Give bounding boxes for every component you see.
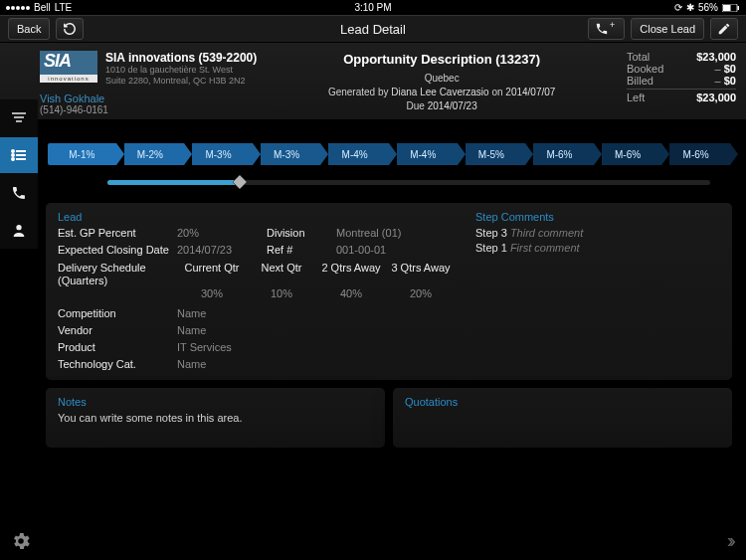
generated-on: 2014/07/07 (505, 87, 555, 97)
product-label: Product (58, 341, 177, 353)
product-val: IT Services (177, 341, 456, 353)
competition-val: Name (177, 307, 456, 319)
contact-phone: (514)-946-0161 (40, 104, 257, 115)
sidebar-call[interactable] (0, 175, 38, 211)
comment-row: Step 3 Third comment (475, 227, 720, 239)
generated-by: Diana Lee Caverzasio (391, 87, 488, 97)
stage-chevron-strip: M-1%M-2%M-3%M-3%M-4%M-4%M-5%M-6%M-6%M-6% (48, 143, 730, 165)
stage-9[interactable]: M-6% (661, 143, 730, 165)
stage-1[interactable]: M-2% (116, 143, 185, 165)
svg-point-10 (12, 158, 14, 160)
stage-5[interactable]: M-4% (389, 143, 458, 165)
status-bar: Bell LTE 3:10 PM ⟳ ✱ 56% (0, 0, 746, 15)
slider-thumb-icon[interactable] (233, 175, 247, 189)
total-val: $23,000 (696, 51, 736, 63)
techcat-label: Technology Cat. (58, 358, 177, 370)
stage-4[interactable]: M-4% (320, 143, 389, 165)
company-address-1: 1010 de la gauchetière St. West (105, 65, 257, 76)
carrier-label: Bell (34, 2, 51, 13)
billed-val: $0 (724, 75, 736, 87)
division-val: Montreal (01) (336, 227, 456, 239)
next-button[interactable]: ›› (719, 525, 740, 556)
notes-head: Notes (58, 396, 373, 408)
progress-slider[interactable] (107, 175, 710, 189)
techcat-val: Name (177, 358, 456, 370)
sidebar-list[interactable] (0, 137, 38, 173)
q-val-0: 30% (177, 287, 247, 299)
topbar: Back Lead Detail + Close Lead (0, 15, 746, 43)
notes-body: You can write some notes in this area. (58, 412, 373, 424)
stage-8[interactable]: M-6% (594, 143, 662, 165)
call-add-button[interactable]: + (588, 18, 625, 40)
back-button[interactable]: Back (8, 18, 50, 40)
ref-val: 001-00-01 (336, 244, 456, 256)
due-prefix: Due (407, 100, 425, 111)
division-label: Division (267, 227, 336, 239)
totals-block: Total$23,000 Booked– $0 Billed– $0 Left$… (627, 51, 736, 115)
svg-point-6 (12, 150, 14, 152)
stage-2[interactable]: M-3% (184, 143, 253, 165)
vendor-val: Name (177, 324, 456, 336)
stage-3[interactable]: M-3% (253, 143, 321, 165)
est-gp-val: 20% (177, 227, 267, 239)
left-label: Left (627, 92, 645, 103)
network-label: LTE (55, 2, 73, 13)
battery-percent: 56% (698, 2, 718, 13)
stage-6[interactable]: M-5% (458, 143, 526, 165)
gen-prefix: Generated by (328, 87, 389, 97)
signal-icon (6, 6, 30, 10)
settings-gears-button[interactable] (6, 526, 36, 556)
company-logo (40, 51, 97, 83)
delivery-label: Delivery Schedule (Quarters) (58, 262, 177, 287)
orientation-lock-icon: ⟳ (674, 2, 682, 13)
sidebar-user[interactable] (0, 213, 38, 249)
status-time: 3:10 PM (354, 2, 391, 13)
q-val-1: 10% (247, 287, 316, 299)
ref-label: Ref # (267, 244, 336, 256)
billed-label: Billed (627, 75, 653, 87)
svg-rect-1 (723, 5, 731, 11)
svg-marker-13 (233, 175, 247, 189)
q-head-2: 2 Qtrs Away (316, 262, 386, 287)
contact-name-link[interactable]: Vish Gokhale (40, 93, 257, 104)
q-head-0: Current Qtr (177, 262, 247, 287)
booked-val: $0 (724, 63, 736, 75)
edit-button[interactable] (710, 18, 738, 40)
stage-0[interactable]: M-1% (48, 143, 116, 165)
q-val-3: 20% (386, 287, 456, 299)
opportunity-region: Quebec (269, 72, 615, 86)
q-head-3: 3 Qtrs Away (386, 262, 456, 287)
company-address-2: Suite 2280, Montreal, QC H3B 2N2 (105, 76, 257, 87)
left-val: $23,000 (696, 92, 736, 103)
header-panel: SIA innovations (539-2200) 1010 de la ga… (0, 43, 746, 120)
battery-icon (722, 4, 740, 12)
svg-point-12 (16, 225, 21, 230)
due-date: 2014/07/23 (428, 100, 477, 111)
est-gp-label: Est. GP Percent (58, 227, 177, 239)
q-head-1: Next Qtr (247, 262, 316, 287)
opportunity-title: Opportunity Description (13237) (269, 51, 615, 69)
comments-section-head: Step Comments (475, 211, 720, 223)
sidebar-filter[interactable] (0, 99, 38, 135)
q-val-2: 40% (316, 287, 386, 299)
total-label: Total (627, 51, 650, 63)
lead-section-head: Lead (58, 211, 456, 223)
stage-7[interactable]: M-6% (525, 143, 594, 165)
vendor-label: Vendor (58, 324, 177, 336)
comment-row: Step 1 First comment (475, 242, 720, 254)
quotations-head: Quotations (405, 396, 720, 408)
competition-label: Competition (58, 307, 177, 319)
booked-label: Booked (627, 63, 663, 75)
refresh-button[interactable] (56, 18, 84, 40)
svg-rect-2 (738, 6, 740, 10)
on-label: on (491, 87, 502, 97)
sidebar (0, 99, 38, 249)
closing-val: 2014/07/23 (177, 244, 267, 256)
notes-panel[interactable]: Notes You can write some notes in this a… (46, 388, 385, 448)
close-lead-button[interactable]: Close Lead (631, 18, 704, 40)
page-title: Lead Detail (340, 22, 406, 37)
quotations-panel[interactable]: Quotations (393, 388, 732, 448)
bluetooth-icon: ✱ (686, 2, 694, 13)
closing-label: Expected Closing Date (58, 244, 177, 256)
company-name: SIA innovations (539-2200) (105, 51, 257, 65)
